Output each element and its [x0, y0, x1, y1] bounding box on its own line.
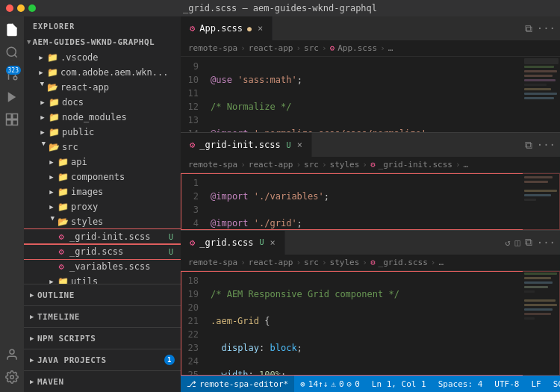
pane-header-right-1: ⧉ ··· [520, 22, 560, 35]
extensions-icon[interactable] [1, 109, 22, 130]
line-numbers-2: 123456 [181, 173, 205, 229]
more-actions-icon-3[interactable]: ··· [537, 237, 556, 249]
label-vscode: .vscode [60, 52, 178, 63]
scss-icon-tab: ⚙ [190, 23, 195, 34]
tree-item-grid[interactable]: ⚙ _grid.scss U [24, 244, 181, 259]
folder-icon-styles: 📂 [57, 216, 69, 228]
tree-item-utils[interactable]: ▶ 📁 utils [24, 274, 181, 284]
tab-grid[interactable]: ⚙ _grid.scss U × [181, 231, 285, 255]
more-actions-icon[interactable]: ··· [537, 22, 556, 34]
svg-rect-27 [524, 277, 551, 279]
tree-item-com-adobe[interactable]: ▶ 📁 com.adobe.aem.wkn... [24, 65, 181, 80]
tree-item-docs[interactable]: ▶ 📁 docs [24, 95, 181, 110]
code-line: @import '~normalize-scss/sass/normalize'… [208, 127, 523, 132]
code-line: @use 'sass:math'; [208, 73, 523, 87]
view-history-icon[interactable]: ◫ [514, 237, 520, 248]
folder-icon-src: 📂 [48, 141, 60, 153]
tree-item-styles[interactable]: ▶ 📂 styles [24, 214, 181, 229]
window-controls[interactable] [6, 4, 36, 12]
files-icon[interactable] [1, 19, 22, 40]
errors-item[interactable]: ⊗ 14↑↓ ⚠ 0 ⊙ 0 [294, 376, 366, 392]
arrow-proxy: ▶ [46, 202, 57, 212]
pane-header-right-3: ↺ ◫ ⧉ ··· [500, 236, 560, 249]
language-item[interactable]: SCSS [547, 376, 560, 392]
svg-line-1 [14, 55, 16, 57]
bc3: src [304, 43, 319, 53]
settings-icon[interactable] [1, 367, 22, 388]
scss-icon-grid-init: ⚙ [55, 231, 67, 243]
tree-item-vscode[interactable]: ▶ 📁 .vscode [24, 50, 181, 65]
tree-item-react-app[interactable]: ▶ 📂 react-app [24, 80, 181, 95]
tab-app-scss[interactable]: ⚙ App.scss ● × [181, 16, 273, 40]
grbc6: … [438, 258, 444, 267]
tree-item-public[interactable]: ▶ 📁 public [24, 125, 181, 140]
java-badge: 1 [164, 355, 175, 365]
history-icon[interactable]: ↺ [505, 237, 510, 248]
line-ending-item[interactable]: LF [525, 376, 547, 392]
title-bar: _grid.scss — aem-guides-wknd-graphql [0, 0, 560, 16]
code-line: display: block; [208, 341, 523, 355]
svg-rect-34 [524, 313, 551, 315]
label-com-adobe: com.adobe.aem.wkn... [60, 67, 178, 78]
language-label: SCSS [553, 379, 560, 389]
tree-item-src[interactable]: ▶ 📂 src [24, 140, 181, 155]
position-item[interactable]: Ln 1, Col 1 [366, 376, 432, 392]
split-editor-icon-3[interactable]: ⧉ [525, 236, 532, 249]
tree-item-proxy[interactable]: ▶ 📁 proxy [24, 199, 181, 214]
run-icon[interactable] [1, 87, 22, 108]
activity-bar: 323 [0, 16, 24, 392]
code-content-1[interactable]: @use 'sass:math'; /* Normalize */ @impor… [205, 57, 523, 132]
minimize-dot[interactable] [17, 4, 25, 12]
tree-item-components[interactable]: ▶ 📁 components [24, 169, 181, 184]
branch-icon: ⎇ [187, 379, 196, 389]
tab-app-scss-close[interactable]: × [258, 23, 263, 34]
svg-point-10 [10, 349, 14, 354]
branch-item[interactable]: ⎇ remote-spa-editor* [181, 376, 294, 392]
split-editor-icon-2[interactable]: ⧉ [525, 139, 532, 152]
folder-icon-react-app: 📂 [46, 81, 58, 93]
tree-item-grid-init[interactable]: ⚙ _grid-init.scss U [24, 229, 181, 244]
encoding-item[interactable]: UTF-8 [488, 376, 525, 392]
maven-header[interactable]: ▶ MAVEN [24, 374, 181, 389]
gbc2: react-app [249, 160, 293, 169]
label-images: images [71, 187, 178, 197]
svg-rect-31 [524, 299, 556, 302]
folder-icon-com: 📁 [46, 66, 58, 78]
more-actions-icon-2[interactable]: ··· [537, 139, 556, 151]
scss-icon-tab-gi: ⚙ [190, 140, 195, 150]
tab-grid-init-close[interactable]: × [297, 140, 302, 150]
label-grid-init: _grid-init.scss [69, 231, 169, 242]
timeline-section: ▶ TIMELINE [24, 305, 181, 327]
sidebar: EXPLORER ▼ AEM-GUIDES-WKND-GRAPHQL ▶ 📁 .… [24, 16, 181, 392]
svg-rect-12 [524, 58, 559, 64]
tab-grid-init[interactable]: ⚙ _grid-init.scss U × [181, 133, 312, 157]
close-dot[interactable] [6, 4, 13, 12]
pane-header-right-2: ⧉ ··· [520, 139, 560, 152]
source-control-badge: 323 [6, 66, 21, 75]
breadcrumb-grid: remote-spa › react-app › src › styles › … [181, 255, 560, 271]
code-line: @import './grid'; [208, 217, 523, 229]
npm-scripts-header[interactable]: ▶ NPM SCRIPTS [24, 331, 181, 346]
code-content-3[interactable]: /* AEM Responsive Grid component */ .aem… [205, 271, 523, 376]
search-icon[interactable] [1, 42, 22, 63]
arrow-api: ▶ [46, 157, 57, 167]
split-editor-icon[interactable]: ⧉ [525, 22, 532, 35]
spaces-item[interactable]: Spaces: 4 [432, 376, 489, 392]
timeline-header[interactable]: ▶ TIMELINE [24, 309, 181, 324]
svg-rect-19 [524, 93, 557, 95]
account-icon[interactable] [1, 344, 22, 365]
java-projects-header[interactable]: ▶ JAVA PROJECTS 1 [24, 352, 181, 367]
bc1: remote-spa [188, 43, 237, 53]
tree-item-images[interactable]: ▶ 📁 images [24, 184, 181, 199]
source-control-icon[interactable]: 323 [1, 64, 22, 85]
tab-grid-close[interactable]: × [270, 237, 276, 248]
outline-header[interactable]: ▶ OUTLINE [24, 287, 181, 302]
gbc-icon: ⚙ [370, 160, 376, 169]
maximize-dot[interactable] [28, 4, 36, 12]
tree-item-variables[interactable]: ⚙ _variables.scss [24, 259, 181, 274]
root-folder[interactable]: ▼ AEM-GUIDES-WKND-GRAPHQL [24, 34, 181, 50]
tree-item-node-modules[interactable]: ▶ 📁 node_modules [24, 110, 181, 125]
error-icon: ⊗ [300, 379, 305, 389]
code-content-2[interactable]: @import './variables'; @import './grid';… [205, 173, 523, 229]
tree-item-api[interactable]: ▶ 📁 api [24, 155, 181, 169]
